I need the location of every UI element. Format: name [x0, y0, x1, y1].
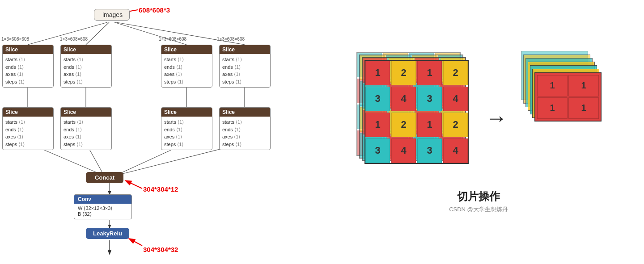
viz-bottom: 切片操作 CSDN @大学生想炼丹: [449, 189, 508, 214]
qiepian-label: 切片操作: [457, 189, 500, 204]
watermark: CSDN @大学生想炼丹: [449, 205, 508, 214]
slice-r2-c2: Slice starts ⟨1⟩ ends ⟨1⟩ axes ⟨1⟩ steps…: [60, 107, 112, 150]
slice-row: axes ⟨1⟩: [5, 71, 51, 78]
grid-cell-6: 4: [391, 87, 416, 111]
grid-cell-13: 3: [365, 138, 390, 163]
svg-line-13: [126, 181, 142, 189]
dim-label-3: 1×3×608×608: [159, 37, 186, 42]
grid-cell-1: 1: [365, 61, 390, 85]
grid-cell-8: 4: [443, 87, 468, 111]
grid-cell-9: 1: [365, 113, 390, 137]
grid-cell-10: 2: [391, 113, 416, 137]
output-cell-3: 1: [537, 97, 568, 119]
concat-node: Concat: [86, 172, 123, 183]
slice-header-r1c1: Slice: [3, 45, 53, 54]
slice-row: steps ⟨1⟩: [5, 78, 51, 86]
arrow-right: →: [485, 105, 508, 131]
slice-r1-c4: Slice starts ⟨1⟩ ends ⟨1⟩ axes ⟨1⟩ steps…: [219, 45, 271, 88]
slice-r1-c1: Slice starts ⟨1⟩ ends ⟨1⟩ axes ⟨1⟩ steps…: [2, 45, 54, 88]
output-front-layer: 1 1 1 1: [534, 72, 602, 122]
grid-cell-15: 3: [417, 138, 442, 163]
output-cell-1: 1: [537, 75, 568, 96]
grid-cell-14: 4: [391, 138, 416, 163]
grid-cell-4: 2: [443, 61, 468, 85]
label-304-32: 304*304*32: [143, 246, 178, 253]
grid-cell-2: 2: [391, 61, 416, 85]
conv-node: Conv W ⟨32×12×3×3⟩ B ⟨32⟩: [74, 194, 132, 219]
grid-layer-1: 1 2 1 2 3 4 3 4 1 2 1 2 3 4 3 4: [364, 60, 469, 164]
label-304: 304*304*12: [143, 185, 178, 193]
svg-line-2: [86, 22, 109, 45]
label-608: 608*608*3: [139, 6, 170, 14]
grid-cell-5: 3: [365, 87, 390, 111]
grid-cell-11: 1: [417, 113, 442, 137]
grid-cell-12: 2: [443, 113, 468, 137]
output-stack: 1 1 1 1: [521, 51, 602, 185]
left-grid-stack: 1 2 1 2 3 4 3 4 1 2 1 2 3 4 3 4: [356, 51, 472, 185]
slice-r1-c2: Slice starts ⟨1⟩ ends ⟨1⟩ axes ⟨1⟩ steps…: [60, 45, 112, 88]
output-cell-4: 1: [568, 97, 599, 119]
dim-label-4: 1×3×608×608: [217, 37, 245, 42]
grid-cell-16: 4: [443, 138, 468, 163]
images-node: images: [94, 9, 130, 21]
viz-container: 1 2 1 2 3 4 3 4 1 2 1 2 3 4 3 4 →: [356, 51, 602, 185]
images-label: images: [102, 11, 123, 18]
slice-row: starts ⟨1⟩: [5, 56, 51, 63]
viz-section: 1 2 1 2 3 4 3 4 1 2 1 2 3 4 3 4 →: [313, 0, 644, 264]
slice-r2-c1: Slice starts ⟨1⟩ ends ⟨1⟩ axes ⟨1⟩ steps…: [2, 107, 54, 150]
grid-cell-7: 3: [417, 87, 442, 111]
svg-line-16: [130, 239, 142, 246]
dim-label-2: 1×3×608×608: [60, 37, 88, 42]
leakyrelu-node: LeakyRelu: [86, 228, 129, 239]
grid-cell-3: 1: [417, 61, 442, 85]
dim-label-1: 1×3×608×608: [1, 37, 29, 42]
slice-r2-c4: Slice starts ⟨1⟩ ends ⟨1⟩ axes ⟨1⟩ steps…: [219, 107, 271, 150]
slice-r1-c3: Slice starts ⟨1⟩ ends ⟨1⟩ axes ⟨1⟩ steps…: [161, 45, 212, 88]
slice-r2-c3: Slice starts ⟨1⟩ ends ⟨1⟩ axes ⟨1⟩ steps…: [161, 107, 212, 150]
diagram-section: images 608*608*3 1×3×608×608 1×3×608×608…: [0, 0, 313, 264]
slice-row: ends ⟨1⟩: [5, 63, 51, 71]
output-cell-2: 1: [568, 75, 599, 96]
